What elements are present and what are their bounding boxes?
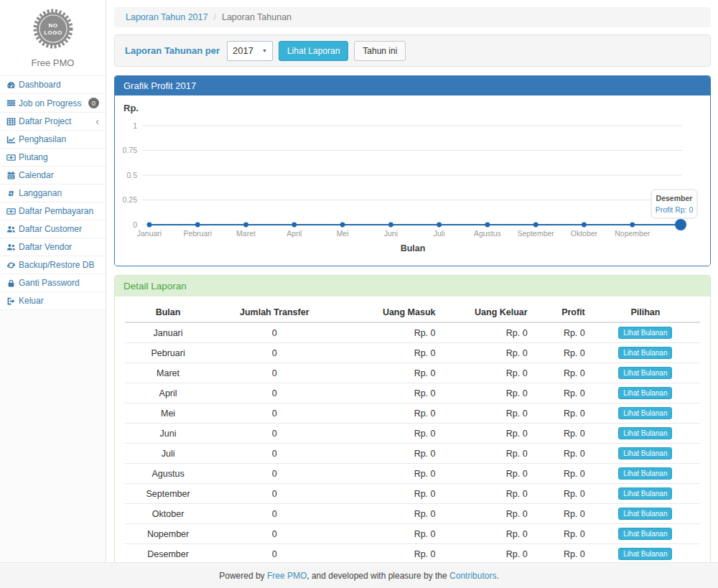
lihat-bulanan-button[interactable]: Lihat Bulanan <box>618 487 672 500</box>
cell-uang-masuk: Rp. 0 <box>337 544 441 564</box>
sidebar-item-label: Piutang <box>19 152 48 162</box>
cell-uang-masuk: Rp. 0 <box>337 322 441 343</box>
cell-uang-masuk: Rp. 0 <box>337 383 441 403</box>
sidebar-item-dashboard[interactable]: Dashboard <box>0 75 106 93</box>
cell-bulan: Mei <box>125 403 211 424</box>
data-point-oktober[interactable] <box>582 223 587 228</box>
app-window: NO LOGO Free PMO DashboardJob on Progres… <box>0 0 718 588</box>
cell-profit: Rp. 0 <box>533 524 591 544</box>
sidebar-item-penghasilan[interactable]: Penghasilan <box>0 130 106 148</box>
logo-text-line1: NO <box>48 22 57 29</box>
y-tick-label: 0.5 <box>126 171 137 179</box>
x-axis-label: Bulan <box>401 243 426 253</box>
cell-uang-masuk: Rp. 0 <box>337 484 441 504</box>
lihat-bulanan-button[interactable]: Lihat Bulanan <box>618 387 672 399</box>
lihat-bulanan-button[interactable]: Lihat Bulanan <box>618 347 672 359</box>
table-row: Mei0Rp. 0Rp. 0Rp. 0Lihat Bulanan <box>125 403 700 424</box>
breadcrumb-link[interactable]: Laporan Tahun 2017 <box>126 12 208 22</box>
x-tick-label: September <box>517 229 554 238</box>
cell-profit: Rp. 0 <box>533 322 591 343</box>
data-point-september[interactable] <box>533 223 538 228</box>
table-row: Desember0Rp. 0Rp. 0Rp. 0Lihat Bulanan <box>125 544 700 564</box>
sidebar-item-label: Keluar <box>19 296 44 306</box>
detail-table-wrapper: BulanJumlah TransferUang MasukUang Kelua… <box>115 297 710 588</box>
data-point-juni[interactable] <box>388 223 393 228</box>
data-point-januari[interactable] <box>147 223 152 228</box>
data-point-mei[interactable] <box>340 223 345 228</box>
cell-jumlah-transfer: 0 <box>211 464 337 484</box>
cell-bulan: Pebruari <box>125 343 211 363</box>
sidebar-item-daftar-vendor[interactable]: Daftar Vendor <box>0 238 106 256</box>
tooltip-title: Desember <box>656 194 693 202</box>
table-row: Oktober0Rp. 0Rp. 0Rp. 0Lihat Bulanan <box>125 504 700 524</box>
users-icon <box>6 243 19 252</box>
sidebar-item-label: Dashboard <box>19 80 61 90</box>
cell-jumlah-transfer: 0 <box>211 424 337 444</box>
footer-link-freepmo[interactable]: Free PMO <box>267 571 307 581</box>
cell-pilihan: Lihat Bulanan <box>591 484 700 504</box>
lihat-bulanan-button[interactable]: Lihat Bulanan <box>618 427 672 439</box>
cell-pilihan: Lihat Bulanan <box>591 464 700 484</box>
breadcrumb-separator: / <box>213 12 215 22</box>
chevron-left-icon: ‹ <box>95 118 99 125</box>
x-tick-label: Agustus <box>474 229 501 238</box>
cell-uang-keluar: Rp. 0 <box>442 403 533 424</box>
calendar-icon <box>6 171 19 180</box>
sidebar-item-keluar[interactable]: Keluar <box>0 291 106 310</box>
data-point-desember[interactable] <box>675 219 686 230</box>
cell-profit: Rp. 0 <box>533 424 591 444</box>
cell-pilihan: Lihat Bulanan <box>591 403 700 424</box>
lihat-bulanan-button[interactable]: Lihat Bulanan <box>618 447 672 459</box>
table-row: Agustus0Rp. 0Rp. 0Rp. 0Lihat Bulanan <box>125 464 700 484</box>
sidebar-item-daftar-customer[interactable]: Daftar Customer <box>0 220 106 238</box>
sidebar-item-langganan[interactable]: Langganan <box>0 184 106 202</box>
column-header-uang-keluar: Uang Keluar <box>442 303 533 322</box>
sidebar-item-daftar-pembayaran[interactable]: Daftar Pembayaran <box>0 202 106 220</box>
lihat-bulanan-button[interactable]: Lihat Bulanan <box>618 327 672 339</box>
cell-profit: Rp. 0 <box>533 343 591 363</box>
no-logo-badge: NO LOGO <box>32 8 74 50</box>
cell-jumlah-transfer: 0 <box>211 444 337 464</box>
lihat-bulanan-button[interactable]: Lihat Bulanan <box>618 508 672 520</box>
cell-bulan: April <box>125 383 211 403</box>
detail-panel-title: Detail Laporan <box>115 276 710 297</box>
lihat-bulanan-button[interactable]: Lihat Bulanan <box>618 367 672 379</box>
y-tick-label: 0.25 <box>123 195 138 204</box>
data-point-pebruari[interactable] <box>195 223 200 228</box>
sidebar-item-daftar-project[interactable]: Daftar Project‹ <box>0 112 106 130</box>
cell-uang-masuk: Rp. 0 <box>337 504 441 524</box>
view-report-button[interactable]: Lihat Laporan <box>279 41 348 61</box>
cell-jumlah-transfer: 0 <box>211 383 337 403</box>
lihat-bulanan-button[interactable]: Lihat Bulanan <box>618 548 672 560</box>
cell-profit: Rp. 0 <box>533 383 591 403</box>
cell-jumlah-transfer: 0 <box>211 403 337 424</box>
filter-label: Laporan Tahunan per <box>125 45 220 56</box>
data-point-nopember[interactable] <box>630 223 635 228</box>
cell-uang-masuk: Rp. 0 <box>337 524 441 544</box>
data-point-april[interactable] <box>292 223 297 228</box>
sidebar-item-ganti-password[interactable]: Ganti Password <box>0 274 106 291</box>
footer-link-contributors[interactable]: Contributors <box>449 571 496 581</box>
sidebar-item-piutang[interactable]: Piutang <box>0 148 106 166</box>
table-header-row: BulanJumlah TransferUang MasukUang Kelua… <box>125 303 700 322</box>
year-select[interactable]: 2017 ▼ <box>227 41 273 61</box>
data-point-maret[interactable] <box>243 223 248 228</box>
sidebar-item-job-on-progress[interactable]: Job on Progress0 <box>0 93 106 112</box>
chart-area: Rp.00.250.50.751JanuariPebruariMaretApri… <box>115 95 710 266</box>
data-point-juli[interactable] <box>437 223 442 228</box>
x-tick-label: Oktober <box>571 229 598 238</box>
data-point-agustus[interactable] <box>485 223 490 228</box>
column-header-profit: Profit <box>533 303 591 322</box>
lihat-bulanan-button[interactable]: Lihat Bulanan <box>618 467 672 480</box>
sidebar-item-label: Daftar Customer <box>19 224 82 234</box>
lihat-bulanan-button[interactable]: Lihat Bulanan <box>618 407 672 419</box>
cell-pilihan: Lihat Bulanan <box>591 383 700 403</box>
cell-pilihan: Lihat Bulanan <box>591 444 700 464</box>
sidebar-item-backup-restore-db[interactable]: Backup/Restore DB <box>0 256 106 274</box>
x-tick-label: Mei <box>337 229 349 238</box>
this-year-button[interactable]: Tahun ini <box>354 41 406 61</box>
table-row: Januari0Rp. 0Rp. 0Rp. 0Lihat Bulanan <box>125 322 700 343</box>
sidebar-item-calendar[interactable]: Calendar <box>0 166 106 184</box>
cell-jumlah-transfer: 0 <box>211 343 337 363</box>
lihat-bulanan-button[interactable]: Lihat Bulanan <box>618 528 672 540</box>
